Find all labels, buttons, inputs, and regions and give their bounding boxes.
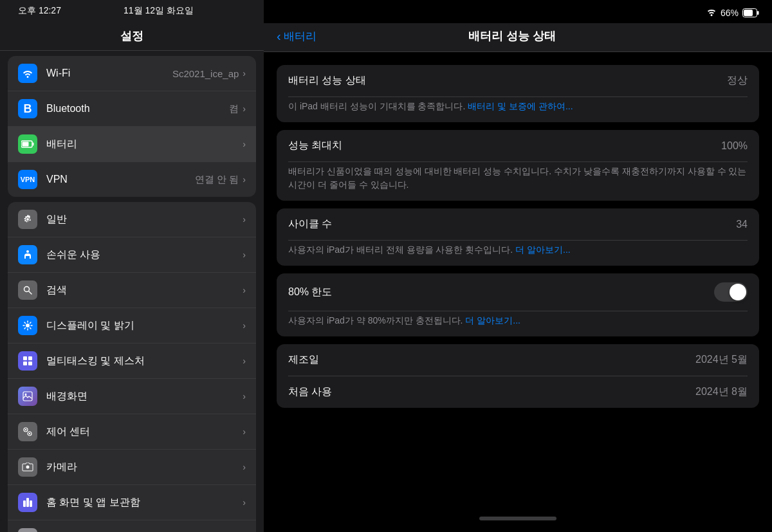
battery-label: 배터리	[46, 138, 243, 151]
multitasking-label: 멀티태스킹 및 제스처	[46, 354, 243, 368]
max-capacity-value: 100%	[721, 140, 748, 152]
cycle-count-link[interactable]: 더 알아보기...	[515, 244, 571, 255]
battery-chevron: ›	[243, 139, 246, 149]
svg-point-17	[26, 466, 30, 469]
wallpaper-icon	[18, 387, 37, 406]
limit-80-desc: 사용자의 iPad가 약 80%까지만 충전됩니다. 더 알아보기...	[277, 311, 759, 336]
status-indicators: 66%	[706, 8, 759, 18]
wifi-chevron: ›	[243, 68, 246, 78]
sidebar-item-wifi[interactable]: Wi-Fi Sc2021_ice_ap ›	[8, 56, 256, 91]
control-chevron: ›	[243, 427, 246, 437]
bottom-bar-container	[264, 508, 772, 532]
pencil-icon	[18, 528, 37, 532]
battery-settings-icon	[18, 134, 37, 154]
sidebar-item-multitasking[interactable]: 멀티태스킹 및 제스처 ›	[8, 344, 256, 379]
back-button[interactable]: ‹ 배터리	[277, 29, 317, 44]
sidebar-item-battery[interactable]: 배터리 ›	[8, 127, 256, 162]
battery-health-card: 배터리 성능 상태 정상 이 iPad 배터리 성능이 기대치를 충족합니다. …	[277, 65, 759, 122]
svg-rect-25	[757, 11, 759, 15]
bluetooth-value: 켬	[229, 103, 239, 115]
wifi-value: Sc2021_ice_ap	[172, 68, 239, 79]
gear-icon	[18, 210, 37, 229]
max-capacity-row: 성능 최대치 100%	[277, 130, 759, 161]
camera-chevron: ›	[243, 462, 246, 472]
time-label: 오후 12:27	[13, 5, 61, 17]
vpn-value: 연결 안 됨	[195, 174, 239, 186]
cycle-count-card: 사이클 수 34 사용자의 iPad가 배터리 전체 용량을 사용한 횟수입니다…	[277, 208, 759, 266]
sidebar-item-homescreen[interactable]: 홈 화면 및 앱 보관함 ›	[8, 485, 256, 520]
svg-rect-18	[23, 500, 26, 507]
wifi-icon	[18, 64, 37, 83]
sidebar-item-display[interactable]: 디스플레이 및 밝기 ›	[8, 308, 256, 344]
wifi-status-icon	[706, 8, 717, 18]
sidebar-item-pencil[interactable]: Apple Pencil ›	[8, 520, 256, 532]
first-use-row: 처음 사용 2024년 8월	[277, 376, 759, 408]
vpn-icon: VPN	[18, 170, 37, 189]
battery-health-link[interactable]: 배터리 및 보증에 관하여...	[468, 101, 573, 111]
svg-rect-7	[23, 356, 27, 360]
svg-point-3	[26, 250, 29, 253]
right-nav: ‹ 배터리 배터리 성능 상태	[264, 23, 772, 52]
max-capacity-desc: 배터리가 신품이었을 때의 성능에 대비한 배터리 성능 수치입니다. 수치가 …	[277, 162, 759, 201]
sidebar-item-accessibility[interactable]: 손쉬운 사용 ›	[8, 237, 256, 273]
wifi-label: Wi-Fi	[46, 68, 167, 79]
limit-80-label: 80% 한도	[288, 286, 332, 299]
first-use-value: 2024년 8월	[695, 385, 748, 399]
general-label: 일반	[46, 213, 243, 226]
dates-card: 제조일 2024년 5월 처음 사용 2024년 8월	[277, 344, 759, 408]
svg-rect-11	[23, 392, 32, 401]
home-indicator	[479, 517, 556, 520]
svg-point-4	[24, 287, 30, 292]
control-icon	[18, 422, 37, 441]
svg-rect-15	[25, 429, 26, 430]
manufacture-label: 제조일	[288, 353, 319, 367]
cycle-count-row: 사이클 수 34	[277, 208, 759, 240]
limit-80-toggle[interactable]	[714, 282, 748, 302]
accessibility-icon	[18, 245, 37, 264]
battery-health-row: 배터리 성능 상태 정상	[277, 65, 759, 96]
left-panel: 오후 12:27 11월 12일 화요일 설정 Wi-Fi Sc2021_ice…	[0, 0, 264, 532]
left-status-bar: 오후 12:27 11월 12일 화요일	[0, 0, 264, 19]
battery-status-icon	[742, 8, 759, 17]
multitasking-chevron: ›	[243, 356, 246, 366]
first-use-label: 처음 사용	[288, 385, 332, 399]
date-label: 11월 12일 화요일	[124, 5, 194, 17]
svg-rect-1	[23, 142, 29, 147]
sidebar-item-search[interactable]: 검색 ›	[8, 273, 256, 308]
limit-80-card: 80% 한도 사용자의 iPad가 약 80%까지만 충전됩니다. 더 알아보기…	[277, 273, 759, 336]
max-capacity-card: 성능 최대치 100% 배터리가 신품이었을 때의 성능에 대비한 배터리 성능…	[277, 130, 759, 201]
manufacture-row: 제조일 2024년 5월	[277, 344, 759, 376]
limit-80-link[interactable]: 더 알아보기...	[465, 315, 520, 326]
display-chevron: ›	[243, 320, 246, 331]
sidebar-item-general[interactable]: 일반 ›	[8, 202, 256, 237]
back-chevron-icon: ‹	[277, 29, 281, 44]
wallpaper-chevron: ›	[243, 391, 246, 401]
back-label: 배터리	[284, 29, 317, 44]
display-label: 디스플레이 및 밝기	[46, 319, 243, 333]
general-group: 일반 › 손쉬운 사용 ›	[8, 202, 256, 532]
page-title: 배터리 성능 상태	[317, 28, 708, 44]
sidebar-item-bluetooth[interactable]: B Bluetooth 켬 ›	[8, 91, 256, 127]
svg-rect-8	[28, 356, 32, 360]
homescreen-chevron: ›	[243, 497, 246, 508]
vpn-chevron: ›	[243, 174, 246, 185]
svg-rect-24	[744, 10, 753, 16]
sidebar-item-camera[interactable]: 카메라 ›	[8, 450, 256, 485]
display-icon	[18, 316, 37, 335]
cycle-count-desc: 사용자의 iPad가 배터리 전체 용량을 사용한 횟수입니다. 더 알아보기.…	[277, 241, 759, 266]
sidebar-item-control[interactable]: 제어 센터 ›	[8, 414, 256, 450]
multitasking-icon	[18, 351, 37, 371]
max-capacity-label: 성능 최대치	[288, 139, 342, 152]
right-panel: 66% ‹ 배터리 배터리 성능 상태 배터리 성능 상태 정상	[264, 0, 772, 532]
network-group: Wi-Fi Sc2021_ice_ap › B Bluetooth 켬 ›	[8, 56, 256, 197]
toggle-knob	[730, 284, 746, 300]
sidebar-item-vpn[interactable]: VPN VPN 연결 안 됨 ›	[8, 162, 256, 197]
battery-health-value: 정상	[727, 74, 748, 87]
settings-title: 설정	[120, 30, 143, 42]
sidebar-item-wallpaper[interactable]: 배경화면 ›	[8, 379, 256, 414]
camera-label: 카메라	[46, 461, 243, 474]
battery-health-label: 배터리 성능 상태	[288, 74, 366, 87]
search-chevron: ›	[243, 285, 246, 295]
svg-line-5	[29, 291, 32, 294]
bluetooth-icon: B	[18, 99, 37, 118]
